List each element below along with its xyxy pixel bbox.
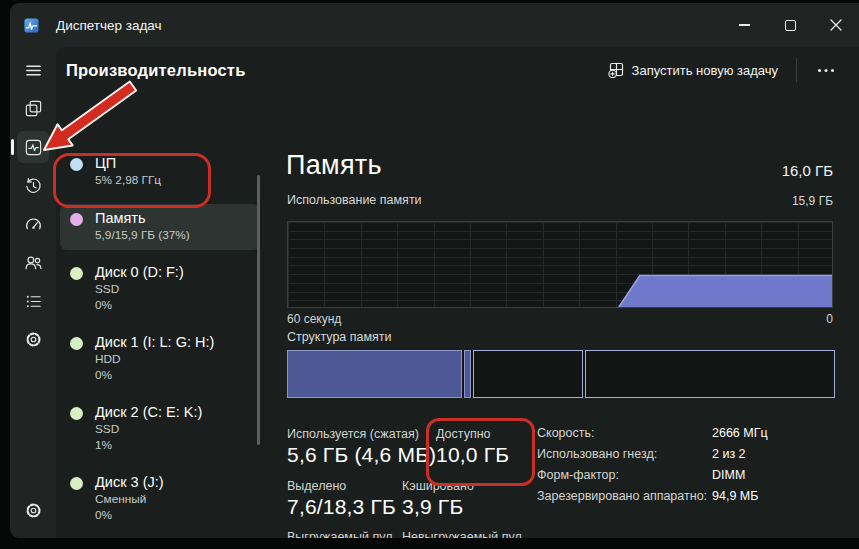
usage-chart-max: 15,9 ГБ	[792, 194, 833, 208]
composition-segment-0	[287, 350, 462, 398]
menu-icon	[24, 61, 43, 80]
sidebar-item-1[interactable]: Память5,9/15,9 ГБ (37%)	[60, 204, 260, 251]
info-value-2: DIMM	[712, 468, 745, 482]
minimize-icon	[739, 24, 750, 25]
info-label-2: Форм-фактор:	[537, 468, 619, 482]
stat-paged-pool-label: Выгружаемый пул	[287, 530, 392, 538]
close-button[interactable]	[813, 3, 859, 47]
memory-composition-label: Структура памяти	[287, 330, 392, 344]
app-history-icon	[24, 176, 43, 195]
status-dot	[70, 213, 83, 226]
nav-item-details[interactable]	[17, 285, 49, 317]
nav-rail	[10, 47, 56, 538]
startup-apps-icon	[24, 215, 43, 234]
info-label-3: Зарезервировано аппаратно:	[537, 489, 707, 503]
status-dot	[70, 407, 83, 420]
page-header: Производительность Запустить новую задач…	[56, 47, 859, 93]
nav-menu-button[interactable]	[17, 54, 49, 86]
chart-axis-right: 0	[826, 312, 833, 326]
chart-axis-left: 60 секунд	[287, 312, 341, 326]
sidebar-item-0[interactable]: ЦП5% 2,98 ГГц	[60, 149, 260, 196]
stat-used-label: Используется (сжатая)	[287, 427, 419, 441]
stat-committed-value: 7,6/18,3 ГБ	[287, 495, 396, 519]
task-manager-app-icon	[24, 18, 39, 33]
sidebar-item-sub: Сменный	[95, 492, 164, 508]
sidebar-item-title: Память	[95, 209, 190, 228]
task-manager-window: Диспетчер задач	[10, 3, 859, 538]
nav-item-app-history[interactable]	[17, 170, 49, 202]
services-icon	[24, 330, 43, 349]
performance-icon	[24, 138, 43, 157]
minimize-button[interactable]	[721, 3, 767, 47]
memory-detail-pane: Память 16,0 ГБ Использование памяти 15,9…	[268, 93, 859, 538]
sidebar-item-sub: 5% 2,98 ГГц	[95, 173, 161, 189]
nav-item-performance[interactable]	[17, 131, 49, 163]
info-label-0: Скорость:	[537, 426, 594, 440]
sidebar-scrollbar[interactable]	[257, 175, 260, 445]
sidebar-item-2[interactable]: Диск 0 (D: F:)SSD0%	[60, 258, 260, 320]
sidebar-item-sub: SSD	[95, 422, 202, 438]
details-icon	[24, 292, 43, 311]
status-dot	[70, 158, 83, 171]
run-new-task-label: Запустить новую задачу	[632, 63, 778, 78]
watermark: RemontCompa.ru	[632, 537, 844, 538]
new-task-icon	[608, 62, 624, 78]
window-title: Диспетчер задач	[56, 18, 162, 33]
nav-item-services[interactable]	[17, 324, 49, 356]
sidebar-item-sub: 0%	[95, 508, 164, 524]
stat-available-value: 10,0 ГБ	[436, 443, 509, 467]
sidebar-item-5[interactable]: Диск 3 (J:)Сменный0%	[60, 468, 260, 530]
sidebar-item-title: Диск 3 (J:)	[95, 473, 164, 492]
memory-capacity: 16,0 ГБ	[782, 162, 833, 179]
usage-area	[619, 276, 832, 308]
run-new-task-button[interactable]: Запустить новую задачу	[600, 56, 786, 84]
sidebar-item-sub: 0%	[95, 298, 184, 314]
more-options-button[interactable]	[807, 62, 845, 79]
info-value-0: 2666 МГц	[712, 426, 768, 440]
sidebar-item-title: Диск 0 (D: F:)	[95, 263, 184, 282]
stat-committed-label: Выделено	[287, 479, 346, 493]
nav-item-users[interactable]	[17, 247, 49, 279]
sidebar-item-sub: 5,9/15,9 ГБ (37%)	[95, 228, 190, 244]
header-divider	[796, 58, 797, 82]
usage-chart-label: Использование памяти	[287, 193, 422, 207]
sidebar-item-title: Диск 2 (C: E: K:)	[95, 403, 202, 422]
memory-composition-bar[interactable]	[287, 350, 835, 398]
composition-segment-1	[464, 350, 472, 398]
info-label-1: Использовано гнезд:	[537, 447, 657, 461]
performance-sidebar: ЦП5% 2,98 ГГцПамять5,9/15,9 ГБ (37%)Диск…	[56, 93, 268, 538]
sidebar-item-title: Диск 1 (I: L: G: H:)	[95, 333, 214, 352]
composition-segment-3	[585, 350, 835, 398]
stat-used-value: 5,6 ГБ (4,6 МБ)	[287, 443, 436, 467]
status-dot	[70, 477, 83, 490]
stat-cached-value: 3,9 ГБ	[402, 495, 463, 519]
page-title: Производительность	[66, 61, 245, 80]
stat-nonpaged-pool-label: Невыгружаемый пул	[402, 530, 522, 538]
sidebar-item-sub: SSD	[95, 282, 184, 298]
sidebar-item-sub: HDD	[95, 352, 214, 368]
sidebar-item-sub: 0%	[95, 368, 214, 384]
close-icon	[830, 19, 842, 31]
composition-segment-2	[473, 350, 582, 398]
stat-available-label: Доступно	[436, 427, 491, 441]
sidebar-item-title: ЦП	[95, 154, 161, 173]
status-dot	[70, 267, 83, 280]
nav-item-processes[interactable]	[17, 93, 49, 125]
stat-cached-label: Кэшировано	[402, 479, 474, 493]
nav-item-startup-apps[interactable]	[17, 208, 49, 240]
processes-icon	[24, 99, 43, 118]
maximize-icon	[785, 20, 796, 31]
titlebar: Диспетчер задач	[10, 3, 859, 47]
sidebar-item-4[interactable]: Диск 2 (C: E: K:)SSD1%	[60, 398, 260, 460]
selected-indicator	[11, 139, 14, 155]
ellipsis-icon	[817, 68, 835, 73]
users-icon	[24, 253, 43, 272]
memory-pane-title: Память	[286, 150, 382, 181]
maximize-button[interactable]	[767, 3, 813, 47]
info-value-1: 2 из 2	[712, 447, 746, 461]
memory-usage-chart[interactable]	[287, 221, 833, 308]
status-dot	[70, 337, 83, 350]
nav-item-settings[interactable]	[17, 494, 49, 526]
sidebar-item-3[interactable]: Диск 1 (I: L: G: H:)HDD0%	[60, 328, 260, 390]
info-value-3: 94,9 МБ	[712, 489, 758, 503]
